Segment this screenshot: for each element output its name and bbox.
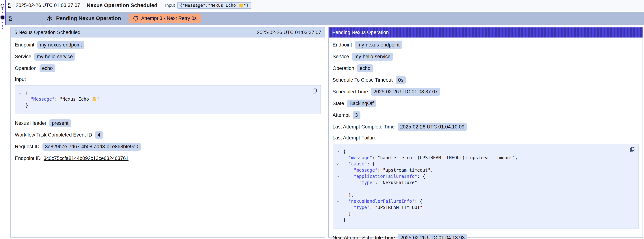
field-label: Request ID xyxy=(15,144,40,150)
field-label: Endpoint xyxy=(332,42,352,48)
json-code: } xyxy=(26,102,28,108)
input-json-viewer: { "Message": "Nexus Echo 👋"} xyxy=(15,85,321,114)
field-endpoint: Endpoint my-nexus-endpoint xyxy=(332,41,639,49)
input-section-label: Input xyxy=(15,76,321,82)
collapse-chevron-icon[interactable] xyxy=(336,161,343,167)
panel-title: 5 Nexus Operation Scheduled xyxy=(14,30,80,35)
field-attempt: Attempt 3 xyxy=(332,111,639,119)
event-row-scheduled[interactable]: 5 2025-02-26 UTC 01:03:37.07 Nexus Opera… xyxy=(6,0,644,10)
json-line: } xyxy=(336,217,634,223)
scheduled-panel-header: 5 Nexus Operation Scheduled 2025-02-26 U… xyxy=(11,28,325,38)
timeline-node-scheduled xyxy=(0,4,4,8)
field-operation: Operation echo xyxy=(332,64,639,72)
panel-timestamp: 2025-02-26 UTC 01:03:37.07 xyxy=(257,30,321,35)
collapse-chevron-icon[interactable] xyxy=(336,198,343,204)
json-code: { xyxy=(343,148,346,155)
json-code: }, xyxy=(343,192,354,198)
event-row-pending[interactable]: 5 Pending Nexus Operation Attempt 3 · Ne… xyxy=(6,12,644,25)
timeline-node-pending xyxy=(1,16,4,19)
field-value-badge: 3 xyxy=(352,111,360,119)
field-value-badge: 0s xyxy=(396,76,406,84)
field-service: Service my-hello-service xyxy=(332,52,639,60)
field-wft-completed-event-id: Workflow Task Completed Event ID 4 xyxy=(15,131,321,139)
collapse-chevron-icon[interactable] xyxy=(336,148,343,155)
failure-json-viewer: { "message": "handler error (UPSTREAM_TI… xyxy=(332,144,639,229)
field-value-badge: echo xyxy=(357,64,373,72)
json-code: } xyxy=(343,186,356,192)
event-input-label: Input xyxy=(165,3,175,8)
json-line: "message": "handler error (UPSTREAM_TIME… xyxy=(336,155,634,161)
field-last-attempt-complete-time: Last Attempt Complete Time 2025-02-26 UT… xyxy=(332,123,639,131)
field-value-badge: 4 xyxy=(95,131,103,139)
collapse-chevron-icon[interactable] xyxy=(18,90,26,96)
event-title: Pending Nexus Operation xyxy=(56,15,121,22)
field-label: Operation xyxy=(332,66,354,71)
field-service: Service my-hello-service xyxy=(15,52,321,60)
json-code: "Message": "Nexus Echo 👋" xyxy=(26,96,100,102)
json-code: } xyxy=(343,217,346,223)
pending-panel-body: Endpoint my-nexus-endpoint Service my-he… xyxy=(328,38,643,239)
panel-title: Pending Nexus Operation xyxy=(332,30,389,35)
field-next-attempt-schedule-time: Next Attempt Schedule Time 2025-02-26 UT… xyxy=(332,234,639,239)
field-value-badge: echo xyxy=(40,64,56,72)
endpoint-id-link[interactable]: 3c0c75ccfa8144b092c13ce632463761 xyxy=(44,156,128,161)
json-line: { xyxy=(18,90,316,96)
field-label: Schedule To Close Timeout xyxy=(332,77,393,83)
field-schedule-to-close-timeout: Schedule To Close Timeout 0s xyxy=(332,76,639,84)
copy-button[interactable] xyxy=(629,146,636,153)
copy-button[interactable] xyxy=(312,88,318,94)
scheduled-panel-body: Endpoint my-nexus-endpoint Service my-he… xyxy=(11,38,325,162)
field-state: State BackingOff xyxy=(332,99,639,108)
field-operation: Operation echo xyxy=(15,64,321,72)
field-label: Endpoint ID xyxy=(15,156,41,161)
event-id-link[interactable]: 5 xyxy=(8,2,10,8)
json-line: "Message": "Nexus Echo 👋" xyxy=(18,96,316,102)
json-line: "cause": { xyxy=(336,161,634,167)
field-label: Nexus Header xyxy=(15,120,46,126)
json-line: "nexusHandlerFailureInfo": { xyxy=(336,198,634,204)
field-label: Last Attempt Complete Time xyxy=(332,124,395,130)
field-label: Scheduled Time xyxy=(332,89,368,94)
field-label: Service xyxy=(332,54,349,60)
field-value-badge: present xyxy=(50,119,71,127)
field-label: Workflow Task Completed Event ID xyxy=(15,132,92,138)
field-nexus-header: Nexus Header present xyxy=(15,119,321,127)
asterisk-icon xyxy=(46,15,53,22)
field-value-badge: BackingOff xyxy=(347,100,376,108)
event-id-link[interactable]: 5 xyxy=(9,15,12,21)
json-code: "nexusHandlerFailureInfo": { xyxy=(343,198,423,204)
failure-section-label: Last Attempt Failure xyxy=(332,134,639,141)
field-scheduled-time: Scheduled Time 2025-02-26 UTC 01:03:37.0… xyxy=(332,88,639,96)
json-code: "message": "upstream timeout", xyxy=(343,167,433,173)
event-title: Nexus Operation Scheduled xyxy=(86,2,158,8)
field-value-badge: my-hello-service xyxy=(352,53,393,60)
field-value-badge: 2025-02-26 UTC 01:04:13.93 xyxy=(398,234,467,239)
json-code: "message": "handler error (UPSTREAM_TIME… xyxy=(343,155,518,161)
json-line: } xyxy=(336,186,634,192)
retry-status-text: Attempt 3 · Next Retry 0s xyxy=(141,16,196,21)
field-value-badge: my-hello-service xyxy=(34,53,76,60)
json-code: "cause": { xyxy=(343,161,375,167)
json-line: "type": "NexusFailure" xyxy=(336,180,634,186)
json-code: { xyxy=(26,90,28,96)
field-value-badge: 2025-02-26 UTC 01:03:37.07 xyxy=(371,88,440,96)
retry-status-badge: Attempt 3 · Next Retry 0s xyxy=(129,14,201,23)
field-label: Service xyxy=(15,54,31,60)
field-endpoint-id: Endpoint ID 3c0c75ccfa8144b092c13ce63246… xyxy=(15,154,321,162)
event-timestamp: 2025-02-26 UTC 01:03:37.07 xyxy=(16,2,80,8)
json-line: } xyxy=(18,102,316,108)
json-code: "type": "NexusFailure" xyxy=(343,180,417,186)
json-line: "type": "UPSTREAM_TIMEOUT" xyxy=(336,204,634,211)
field-label: State xyxy=(332,101,344,106)
field-endpoint: Endpoint my-nexus-endpoint xyxy=(15,41,321,49)
field-value-badge: 3e829b7e-7d67-4b08-aad3-b1e868bfe9e0 xyxy=(42,143,141,150)
event-detail-panels: 5 Nexus Operation Scheduled 2025-02-26 U… xyxy=(10,27,643,238)
field-label: Operation xyxy=(15,66,36,71)
field-value-badge: 2025-02-26 UTC 01:04:10.09 xyxy=(398,123,467,131)
json-code: "type": "UPSTREAM_TIMEOUT" xyxy=(343,204,422,211)
json-line: "message": "upstream timeout", xyxy=(336,167,634,173)
pending-panel: Pending Nexus Operation Endpoint my-nexu… xyxy=(328,27,643,238)
field-value-badge: my-nexus-endpoint xyxy=(355,41,402,49)
field-label: Endpoint xyxy=(15,42,34,48)
collapse-chevron-icon[interactable] xyxy=(336,173,343,180)
